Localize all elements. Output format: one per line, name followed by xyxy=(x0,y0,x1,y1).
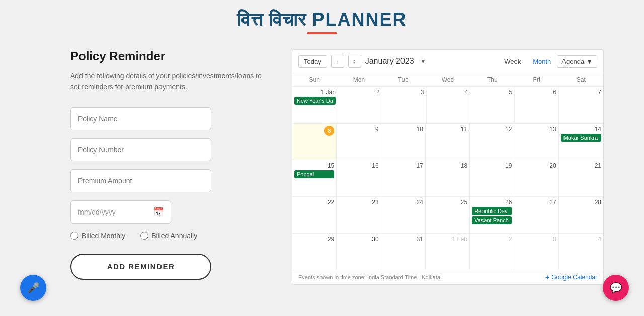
cal-cell-jan12[interactable]: 12 xyxy=(470,124,514,160)
calendar-footer: Events shown in time zone: India Standar… xyxy=(292,270,603,284)
calendar-prev-button[interactable]: ‹ xyxy=(331,55,344,68)
billing-radio-group: Billed Monthly Billed Annually xyxy=(70,232,262,240)
cal-cell-jan10[interactable]: 10 xyxy=(381,124,426,160)
cal-cell-jan15[interactable]: 15 Pongal xyxy=(292,160,337,196)
calendar-icon: 📅 xyxy=(153,207,164,217)
day-header-wed: Wed xyxy=(426,73,470,86)
cal-cell-jan4[interactable]: 4 xyxy=(427,87,471,123)
cal-cell-jan13[interactable]: 13 xyxy=(514,124,558,160)
google-cal-plus-icon: + xyxy=(545,273,549,281)
day-header-thu: Thu xyxy=(470,73,514,86)
calendar-week-1: 1 Jan New Year's Da 2 3 4 5 6 7 xyxy=(292,87,603,124)
event-republic-day: Republic Day xyxy=(472,207,512,215)
cal-cell-jan27[interactable]: 27 xyxy=(514,197,558,233)
calendar-view-tabs: Week Month Agenda ▼ xyxy=(498,55,597,68)
policy-number-input[interactable] xyxy=(78,146,204,154)
tab-agenda[interactable]: Agenda ▼ xyxy=(557,55,597,68)
section-description: Add the following details of your polici… xyxy=(70,70,262,93)
policy-name-field[interactable] xyxy=(70,107,211,130)
calendar-days-header: Sun Mon Tue Wed Thu Fri Sat xyxy=(292,73,603,87)
cal-cell-jan24[interactable]: 24 xyxy=(381,197,426,233)
cal-cell-jan18[interactable]: 18 xyxy=(426,160,470,196)
event-new-years: New Year's Da xyxy=(294,97,336,105)
billed-monthly-label: Billed Monthly xyxy=(82,232,125,240)
header-hindi: वित्त विचार xyxy=(237,9,306,30)
add-reminder-button[interactable]: ADD REMINDER xyxy=(70,254,211,280)
calendar-week-2: 8 9 10 11 12 13 14 Makar Sankra xyxy=(292,124,603,160)
billed-monthly-option[interactable]: Billed Monthly xyxy=(70,232,125,240)
cal-cell-jan22[interactable]: 22 xyxy=(292,197,337,233)
cal-cell-feb2[interactable]: 2 xyxy=(470,234,514,270)
cal-cell-jan5[interactable]: 5 xyxy=(470,87,515,123)
day-header-sat: Sat xyxy=(559,73,603,86)
cal-cell-jan20[interactable]: 20 xyxy=(514,160,558,196)
policy-name-input[interactable] xyxy=(78,115,204,123)
day-header-fri: Fri xyxy=(514,73,558,86)
date-field[interactable]: mm/dd/yyyy 📅 xyxy=(70,200,171,224)
event-pongal: Pongal xyxy=(294,170,334,178)
policy-number-field[interactable] xyxy=(70,138,211,161)
date-placeholder: mm/dd/yyyy xyxy=(78,208,116,216)
chat-button[interactable]: 💬 xyxy=(603,275,629,301)
mic-button[interactable]: 🎤 xyxy=(20,275,46,301)
premium-amount-field[interactable] xyxy=(70,169,211,192)
header-english: PLANNER xyxy=(312,9,407,30)
cal-cell-jan11[interactable]: 11 xyxy=(426,124,470,160)
calendar-grid: Sun Mon Tue Wed Thu Fri Sat 1 Jan New Ye… xyxy=(292,73,603,270)
billed-annually-option[interactable]: Billed Annually xyxy=(140,232,197,240)
left-panel: Policy Reminder Add the following detail… xyxy=(70,49,262,280)
cal-cell-jan31[interactable]: 31 xyxy=(381,234,426,270)
calendar-month-dropdown[interactable]: ▼ xyxy=(420,58,426,65)
tab-week[interactable]: Week xyxy=(498,55,527,68)
calendar-next-button[interactable]: › xyxy=(348,55,361,68)
main-layout: Policy Reminder Add the following detail… xyxy=(0,39,644,295)
cal-cell-jan9[interactable]: 9 xyxy=(337,124,381,160)
cal-cell-jan7[interactable]: 7 xyxy=(559,87,603,123)
cal-cell-jan29[interactable]: 29 xyxy=(292,234,337,270)
calendar-week-3: 15 Pongal 16 17 18 19 20 21 xyxy=(292,160,603,197)
cal-cell-jan25[interactable]: 25 xyxy=(426,197,470,233)
cal-cell-jan19[interactable]: 19 xyxy=(470,160,514,196)
calendar-timezone: Events shown in time zone: India Standar… xyxy=(298,274,440,280)
page-header: वित्त विचार PLANNER xyxy=(0,0,644,39)
calendar-month-title: January 2023 xyxy=(365,57,414,66)
cal-cell-jan8[interactable]: 8 xyxy=(292,124,337,160)
day-header-tue: Tue xyxy=(381,73,426,86)
cal-cell-jan6[interactable]: 6 xyxy=(515,87,559,123)
cal-cell-jan1[interactable]: 1 Jan New Year's Da xyxy=(292,87,338,123)
billed-annually-label: Billed Annually xyxy=(151,232,197,240)
billed-monthly-radio[interactable] xyxy=(70,232,78,240)
cal-cell-feb3[interactable]: 3 xyxy=(514,234,558,270)
calendar-week-4: 22 23 24 25 26 Republic Day Vasant Panch… xyxy=(292,197,603,234)
premium-amount-input[interactable] xyxy=(78,177,204,185)
mic-icon: 🎤 xyxy=(27,282,40,294)
cal-cell-jan30[interactable]: 30 xyxy=(337,234,381,270)
google-calendar-label: Google Calendar xyxy=(551,274,597,281)
cal-cell-jan26[interactable]: 26 Republic Day Vasant Panch xyxy=(470,197,514,233)
calendar-week-5: 29 30 31 1 Feb 2 3 4 xyxy=(292,234,603,270)
cal-cell-jan28[interactable]: 28 xyxy=(559,197,603,233)
agenda-dropdown-icon: ▼ xyxy=(586,58,593,65)
calendar-panel: Today ‹ › January 2023 ▼ Week Month Agen… xyxy=(292,49,604,285)
chat-icon: 💬 xyxy=(610,282,622,294)
cal-cell-jan23[interactable]: 23 xyxy=(337,197,381,233)
cal-cell-jan17[interactable]: 17 xyxy=(381,160,426,196)
day-header-sun: Sun xyxy=(292,73,337,86)
cal-cell-jan21[interactable]: 21 xyxy=(559,160,603,196)
cal-cell-feb1[interactable]: 1 Feb xyxy=(426,234,470,270)
cal-cell-jan16[interactable]: 16 xyxy=(337,160,381,196)
event-vasant-panch: Vasant Panch xyxy=(472,216,512,224)
cal-cell-jan3[interactable]: 3 xyxy=(382,87,427,123)
event-makar-sankra: Makar Sankra xyxy=(561,134,601,142)
billed-annually-radio[interactable] xyxy=(140,232,148,240)
cal-cell-jan2[interactable]: 2 xyxy=(338,87,382,123)
day-header-mon: Mon xyxy=(337,73,381,86)
section-title: Policy Reminder xyxy=(70,49,262,63)
tab-month[interactable]: Month xyxy=(527,55,557,68)
header-underline xyxy=(307,32,337,34)
calendar-today-button[interactable]: Today xyxy=(298,55,327,68)
cal-cell-feb4[interactable]: 4 xyxy=(559,234,603,270)
google-calendar-link[interactable]: + Google Calendar xyxy=(545,273,597,281)
cal-cell-jan14[interactable]: 14 Makar Sankra xyxy=(559,124,603,160)
calendar-header: Today ‹ › January 2023 ▼ Week Month Agen… xyxy=(292,50,603,73)
